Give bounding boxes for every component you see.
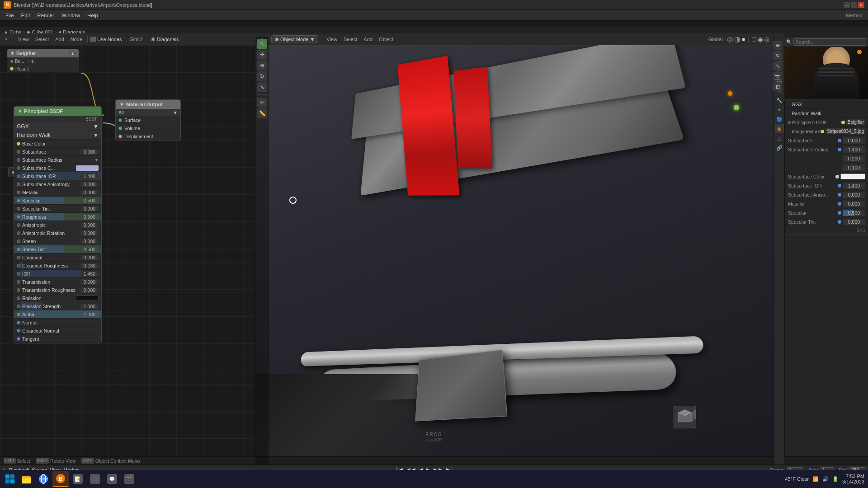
bsdf-anisotropic-row[interactable]: Anisotropic 0.000 — [14, 221, 101, 229]
close-button[interactable]: ✕ — [858, 2, 864, 8]
props-subsurface-value[interactable]: 0.000 — [843, 137, 865, 144]
app-btn-4[interactable]: 🎬 — [121, 471, 137, 487]
mat-output-displacement-row[interactable]: Displacement — [116, 132, 180, 141]
bsdf-specular-tint-row[interactable]: Specular Tint 0.000 — [14, 205, 101, 213]
app-btn-1[interactable]: 📝 — [70, 471, 86, 487]
bsdf-cc-normal-row[interactable]: Clearcoat Normal — [14, 327, 101, 335]
file-explorer-btn[interactable] — [18, 471, 34, 487]
gizmo-icon[interactable]: ⬡ — [751, 36, 757, 43]
maximize-button[interactable]: □ — [851, 2, 857, 8]
ov-icon-4[interactable]: 📷 — [773, 72, 782, 81]
minimize-button[interactable]: — — [844, 2, 850, 8]
material-shading-icon[interactable]: ◑ — [734, 35, 741, 43]
material-icon[interactable]: ◉ — [775, 124, 784, 133]
bsdf-emission-row[interactable]: Emission — [14, 294, 101, 302]
shader-node-menu[interactable]: Node — [68, 36, 85, 42]
props-ss-r3-value[interactable]: 0.100 — [843, 164, 865, 171]
mat-output-dropdown[interactable]: All ▼ — [116, 109, 180, 116]
rotate-tool-btn[interactable]: ↻ — [257, 71, 267, 81]
navigation-cube[interactable] — [674, 406, 696, 428]
start-button[interactable] — [2, 471, 18, 487]
bsdf-sheen-tint-row[interactable]: Sheen Tint 0.500 — [14, 245, 101, 253]
bsdf-ss-aniso-row[interactable]: Subsurface Anisotropy 0.000 — [14, 180, 101, 188]
bsdf-normal-row[interactable]: Normal — [14, 319, 101, 327]
ov-icon-3[interactable]: ⤡ — [773, 61, 782, 70]
props-ss-r2-value[interactable]: 0.200 — [843, 155, 865, 162]
app-btn-2[interactable]: 🎵 — [87, 471, 103, 487]
props-specular-value[interactable]: 0.500 — [843, 210, 865, 216]
menu-render[interactable]: Render — [33, 12, 58, 19]
3d-viewport[interactable] — [255, 37, 784, 465]
bsdf-tangent-row[interactable]: Tangent — [14, 335, 101, 343]
app-btn-3[interactable]: 💬 — [104, 471, 120, 487]
shader-select-menu[interactable]: Select — [33, 36, 52, 42]
props-ss-aniso-value[interactable]: 0.000 — [843, 192, 865, 198]
particles-icon[interactable]: ✦ — [775, 105, 784, 114]
bsdf-sheen-row[interactable]: Sheen 0.000 — [14, 237, 101, 245]
belgifier-node[interactable]: ▼ Belgifier 2 ◉ Be... 2 ◐ Result — [7, 49, 79, 73]
xray-icon[interactable]: ◎ — [764, 36, 769, 43]
use-nodes-toggle[interactable]: Use Nodes — [90, 37, 122, 42]
props-ss-radius-value[interactable]: 1.400 — [843, 146, 865, 153]
editor-type-btn[interactable]: ⌖ — [3, 36, 10, 42]
vp-object-menu[interactable]: Object — [377, 36, 396, 42]
bsdf-alpha-row[interactable]: Alpha 1.000 — [14, 310, 101, 319]
ov-icon-2[interactable]: ↻ — [773, 51, 782, 60]
bsdf-clearcoat-row[interactable]: Clearcoat 0.000 — [14, 253, 101, 262]
bsdf-ior-row[interactable]: IOR 1.450 — [14, 270, 101, 278]
annotate-tool-btn[interactable]: ✏ — [257, 98, 267, 108]
bsdf-transmission-row[interactable]: Transmission 0.000 — [14, 278, 101, 286]
bsdf-subsurface-radius-row[interactable]: Subsurface Radius ▼ — [14, 156, 101, 164]
slot-selector[interactable]: Slot 2 — [128, 36, 145, 42]
principled-bsdf-node[interactable]: ▼ Principled BSDF BSDF GGX ▼ Random Walk… — [14, 106, 102, 343]
vp-shading-mode[interactable]: Global — [706, 36, 725, 42]
ov-icon-5[interactable]: ⊞ — [773, 82, 782, 91]
props-ss-ior-value[interactable]: 1.400 — [843, 183, 865, 189]
measure-tool-btn[interactable]: 📏 — [257, 108, 267, 118]
solid-shading-icon[interactable]: ◎ — [727, 35, 733, 43]
props-spec-tint-value[interactable]: 0.000 — [843, 219, 865, 225]
menu-help[interactable]: Help — [84, 12, 102, 19]
bsdf-specular-row[interactable]: Specular 0.500 — [14, 197, 101, 205]
bsdf-aniso-rot-row[interactable]: Anisotropic Rotation 0.000 — [14, 229, 101, 237]
vp-select-menu[interactable]: Select — [341, 36, 360, 42]
rendered-shading-icon[interactable]: ● — [741, 35, 746, 43]
blender-taskbar-btn[interactable]: B — [52, 471, 69, 487]
constraints-icon[interactable]: 🔗 — [775, 143, 784, 152]
ss-method-value[interactable]: Random Walk — [788, 110, 865, 117]
object-data-icon[interactable]: △ — [775, 134, 784, 143]
physics-icon[interactable]: 🔵 — [775, 115, 784, 124]
shader-view-menu[interactable]: View — [16, 36, 31, 42]
props-ss-color-swatch[interactable] — [840, 174, 865, 179]
modifier-icon[interactable]: 🔧 — [775, 96, 784, 105]
mat-output-surface-row[interactable]: Surface — [116, 116, 180, 124]
select-tool-btn[interactable]: ↖ — [257, 39, 267, 49]
bsdf-subsurface-method[interactable]: Random Walk ▼ — [14, 131, 101, 140]
scale-tool-btn[interactable]: ⤡ — [257, 82, 267, 92]
props-metallic-value[interactable]: 0.000 — [843, 201, 865, 207]
bsdf-ss-ior-row[interactable]: Subsurface IOR 1.400 — [14, 172, 101, 180]
menu-file[interactable]: File — [2, 12, 18, 19]
mat-output-volume-row[interactable]: Volume — [116, 124, 180, 132]
bsdf-roughness-row[interactable]: Roughness 0.500 — [14, 213, 101, 221]
ov-icon-1[interactable]: ⊕ — [773, 41, 782, 50]
bsdf-clearcoat-rough-row[interactable]: Clearcoat Roughness 0.030 — [14, 262, 101, 270]
move-tool-btn[interactable]: ⊕ — [257, 61, 267, 70]
vp-view-menu[interactable]: View — [324, 36, 340, 42]
material-output-node[interactable]: ▼ Material Output All ▼ Surface Volume D… — [115, 99, 181, 141]
cursor-tool-btn[interactable]: ✛ — [257, 50, 267, 60]
vp-mode-selector[interactable]: ◉ Object Mode ▼ — [271, 35, 318, 43]
bsdf-subsurface-color-row[interactable]: Subsurface C... — [14, 164, 101, 172]
base-color-expand[interactable] — [788, 121, 791, 124]
bsdf-emission-strength-row[interactable]: Emission Strength 1.000 — [14, 302, 101, 310]
shader-add-menu[interactable]: Add — [53, 36, 66, 42]
menu-edit[interactable]: Edit — [18, 12, 34, 19]
use-nodes-checkbox[interactable] — [90, 37, 96, 42]
bsdf-subsurface-row[interactable]: Subsurface 0.000 — [14, 148, 101, 156]
bsdf-trans-rough-row[interactable]: Transmission Roughness 0.000 — [14, 286, 101, 294]
bsdf-metallic-row[interactable]: Metallic 0.000 — [14, 188, 101, 197]
distribution-value[interactable]: GGX — [788, 101, 865, 108]
bsdf-base-color-row[interactable]: Base Color — [14, 140, 101, 148]
bsdf-distribution[interactable]: GGX ▼ — [14, 122, 101, 131]
vp-add-menu[interactable]: Add — [362, 36, 375, 42]
